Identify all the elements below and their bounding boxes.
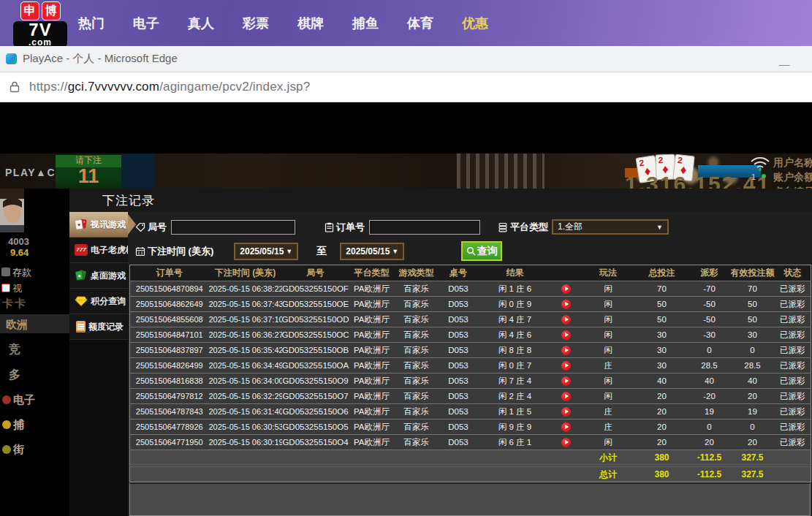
seat-count: 1 bbox=[751, 172, 756, 181]
cell-game: 百家乐 bbox=[395, 327, 439, 343]
cell-valid-bet: 0 bbox=[731, 420, 775, 435]
europe-menu-item[interactable]: 欧洲 bbox=[6, 318, 28, 332]
replay-play-button[interactable] bbox=[561, 300, 571, 309]
sidebar-item-quota-records[interactable]: 额度记录 bbox=[69, 314, 128, 340]
sidebar-item-table-games[interactable]: ♣ 桌面游戏 bbox=[69, 263, 128, 289]
cell-time: 2025-05-15 06:37:43 bbox=[209, 297, 282, 312]
replay-play-button[interactable] bbox=[561, 422, 571, 432]
site-logo[interactable]: 申 博 7V .com bbox=[13, 1, 67, 45]
dianzi-menu-item[interactable]: 电子 bbox=[2, 393, 35, 407]
nav-item-promo[interactable]: 优惠 bbox=[457, 15, 493, 32]
replay-play-button[interactable] bbox=[561, 392, 571, 401]
cell-order: 250515064837897 bbox=[130, 343, 209, 358]
video-menu-item[interactable]: 视 bbox=[1, 282, 22, 295]
search-button[interactable]: 查询 bbox=[461, 241, 502, 261]
cell-game: 百家乐 bbox=[395, 389, 439, 404]
cell-payout: -20 bbox=[688, 389, 731, 404]
cell-payout: 0 bbox=[688, 343, 731, 358]
avatar bbox=[0, 189, 24, 232]
gem-icon bbox=[75, 295, 88, 307]
main-nav: 热门 电子 真人 彩票 棋牌 捕鱼 体育 优惠 bbox=[73, 0, 493, 46]
nav-item-hot[interactable]: 热门 bbox=[73, 15, 110, 32]
nav-item-cards[interactable]: 棋牌 bbox=[292, 15, 329, 32]
jie-menu-item[interactable]: 街 bbox=[2, 443, 24, 457]
cell-time: 2025-05-15 06:30:53 bbox=[209, 420, 282, 435]
sidebar-item-points-query[interactable]: 积分查询 bbox=[69, 289, 128, 314]
jing-menu-item[interactable]: 竞 bbox=[9, 342, 20, 357]
cell-total-bet: 20 bbox=[636, 404, 688, 420]
subtotal-label: 小计 bbox=[581, 450, 636, 466]
col-time: 下注时间 (美东) bbox=[209, 265, 282, 281]
cell-order: 250515064778926 bbox=[130, 420, 209, 435]
round-number-input[interactable] bbox=[171, 220, 295, 235]
deposit-menu-item[interactable]: 存款 bbox=[1, 266, 31, 279]
nav-item-lottery[interactable]: 彩票 bbox=[238, 15, 274, 32]
logo-brand: 7V bbox=[15, 21, 65, 39]
cell-round: GD053255150OA bbox=[282, 358, 349, 373]
cell-table: D053 bbox=[439, 281, 479, 297]
nav-item-slots[interactable]: 电子 bbox=[128, 15, 164, 32]
cell-result: 闲 0 庄 7 bbox=[479, 358, 552, 373]
cell-platform: PA欧洲厅 bbox=[349, 358, 395, 373]
nav-item-sports[interactable]: 体育 bbox=[402, 15, 439, 32]
minimize-button[interactable]: — bbox=[775, 61, 794, 68]
replay-play-button[interactable] bbox=[561, 330, 571, 340]
cell-status: 已派彩 bbox=[775, 373, 811, 389]
playace-logo: PLAY▲CE bbox=[5, 167, 64, 178]
date-to-picker[interactable]: 2025/05/15 ▼ bbox=[340, 243, 404, 260]
username-label: 用户名称 bbox=[773, 155, 812, 170]
replay-play-button[interactable] bbox=[561, 376, 571, 386]
to-label: 至 bbox=[316, 245, 327, 258]
cell-side: 闲 bbox=[581, 312, 636, 327]
url-path: /agingame/pcv2/index.jsp? bbox=[159, 80, 310, 94]
bu-menu-item[interactable]: 捕 bbox=[2, 418, 24, 432]
cell-platform: PA欧洲厅 bbox=[349, 281, 395, 297]
replay-play-button[interactable] bbox=[561, 438, 571, 447]
replay-play-button[interactable] bbox=[561, 361, 571, 371]
cell-valid-bet: 30 bbox=[731, 327, 775, 343]
green-cards-icon: ♣ bbox=[75, 270, 88, 281]
cell-result: 闲 4 庄 7 bbox=[479, 312, 552, 327]
replay-play-button[interactable] bbox=[561, 407, 571, 417]
kaka-menu-item[interactable]: 卡卡 bbox=[2, 297, 27, 311]
replay-play-button[interactable] bbox=[561, 346, 571, 355]
cell-status: 已派彩 bbox=[775, 404, 811, 420]
cell-round: GD053255150OF bbox=[282, 281, 349, 297]
platform-icon bbox=[498, 222, 508, 232]
search-icon bbox=[466, 246, 476, 256]
chevron-down-icon: ▼ bbox=[656, 224, 663, 231]
search-button-label: 查询 bbox=[477, 245, 498, 258]
table-row: 250515064778926 2025-05-15 06:30:53 GD05… bbox=[130, 420, 811, 435]
cell-valid-bet: 70 bbox=[731, 281, 775, 297]
order-number-label: 订单号 bbox=[325, 221, 365, 234]
sidebar-item-video-games[interactable]: ♥9 视讯游戏 bbox=[69, 212, 128, 238]
cell-result: 闲 1 庄 5 bbox=[479, 404, 552, 420]
nav-item-live[interactable]: 真人 bbox=[183, 15, 219, 32]
platform-type-select[interactable]: 1.全部 ▼ bbox=[552, 219, 669, 235]
cell-total-bet: 50 bbox=[636, 312, 688, 327]
logo-badge-right: 博 bbox=[42, 1, 61, 20]
cell-order: 250515064862649 bbox=[130, 297, 209, 312]
subtotal-valid: 327.5 bbox=[731, 450, 775, 466]
browser-urlbar[interactable]: https://gci.7vvvvvv.com/agingame/pcv2/in… bbox=[0, 72, 812, 102]
cell-game: 百家乐 bbox=[395, 420, 439, 435]
cell-total-bet: 30 bbox=[636, 343, 688, 358]
subtotal-payout: -112.5 bbox=[688, 450, 731, 466]
lock-icon[interactable] bbox=[7, 80, 22, 94]
date-from-picker[interactable]: 2025/05/15 ▼ bbox=[234, 243, 298, 260]
cell-platform: PA欧洲厅 bbox=[349, 420, 395, 435]
wifi-icon bbox=[749, 155, 771, 171]
sidebar-item-slot-machine[interactable]: 777 电子老虎机 bbox=[69, 238, 128, 263]
cell-total-bet: 50 bbox=[636, 297, 688, 312]
url-text[interactable]: https://gci.7vvvvvv.com/agingame/pcv2/in… bbox=[29, 80, 310, 94]
duo-menu-item[interactable]: 多 bbox=[9, 368, 20, 383]
order-number-input[interactable] bbox=[369, 220, 480, 235]
col-result: 结果 bbox=[479, 265, 552, 281]
replay-play-button[interactable] bbox=[561, 315, 571, 325]
cell-order: 250515064826499 bbox=[130, 358, 209, 373]
subtotal-total: 380 bbox=[636, 450, 688, 466]
replay-play-button[interactable] bbox=[561, 284, 571, 294]
cell-total-bet: 30 bbox=[636, 327, 688, 343]
nav-item-fishing[interactable]: 捕鱼 bbox=[347, 15, 384, 32]
cell-time: 2025-05-15 06:32:29 bbox=[209, 389, 282, 404]
